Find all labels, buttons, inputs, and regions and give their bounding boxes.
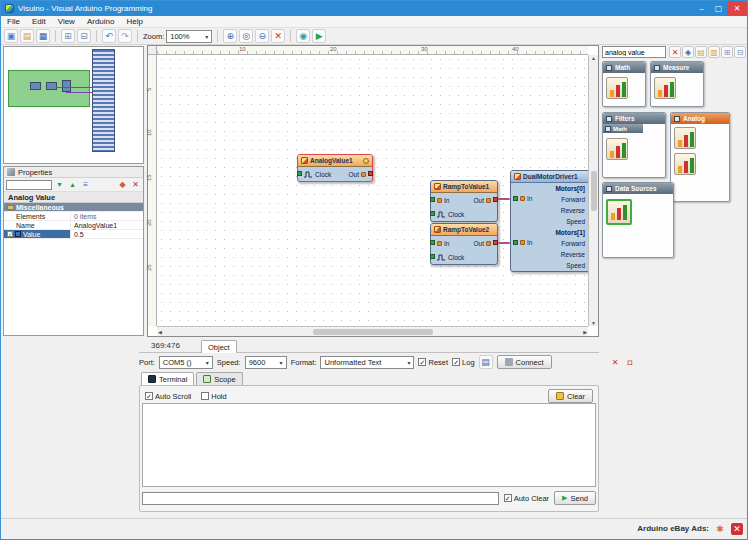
math-component-icon[interactable]	[606, 77, 628, 99]
category-math[interactable]: Math	[603, 62, 645, 73]
tab-scope[interactable]: Scope	[196, 372, 242, 385]
menu-help[interactable]: Help	[120, 17, 148, 26]
reset-checkbox[interactable]: Reset	[418, 358, 448, 367]
upload-to-arduino-icon[interactable]: ▶	[312, 29, 326, 43]
new-folder-icon[interactable]: ▥	[708, 46, 720, 58]
delete-icon[interactable]: ✕	[271, 29, 285, 43]
web-help-icon[interactable]: ◉	[296, 29, 310, 43]
analog-component-icon[interactable]	[674, 153, 696, 175]
open-project-icon[interactable]: ▤	[20, 29, 34, 43]
menu-file[interactable]: File	[1, 17, 26, 26]
send-input[interactable]	[142, 492, 499, 505]
in-input-pin[interactable]	[513, 196, 518, 201]
usb-device-icon[interactable]: ◘	[624, 356, 636, 368]
filter-component-icon[interactable]	[606, 138, 628, 160]
wire-ramp1-to-motor-in1[interactable]	[498, 198, 510, 200]
close-button[interactable]: ✕	[727, 1, 747, 16]
clock-input-pin[interactable]	[430, 211, 435, 216]
in-input-pin[interactable]	[430, 240, 435, 245]
format-select[interactable]: Unformatted Text	[320, 356, 414, 369]
property-category-row[interactable]: Miscellaneous	[4, 203, 143, 212]
out-output-pin[interactable]	[368, 171, 373, 176]
scroll-thumb[interactable]	[313, 329, 433, 335]
maximize-button[interactable]: ▢	[710, 1, 727, 16]
clock-input-pin[interactable]	[297, 171, 302, 176]
save-project-icon[interactable]: ▦	[36, 29, 50, 43]
send-button[interactable]: ▶Send	[554, 491, 596, 505]
clear-search-icon[interactable]: ✕	[669, 46, 681, 58]
zoom-out-icon[interactable]: ⊖	[255, 29, 269, 43]
zoom-reset-icon[interactable]: ◎	[239, 29, 253, 43]
scroll-up-icon[interactable]: ▲	[591, 55, 596, 61]
new-project-icon[interactable]: ▣	[4, 29, 18, 43]
clear-button[interactable]: Clear	[548, 389, 593, 403]
block-ramptovalue1[interactable]: RampToValue1 In Out Clock	[430, 180, 498, 222]
subcategory-math[interactable]: Math	[603, 124, 643, 133]
clock-input-pin[interactable]	[430, 254, 435, 259]
in-input-pin[interactable]	[513, 240, 518, 245]
block-ramptovalue2[interactable]: RampToValue2 In Out Clock	[430, 223, 498, 265]
tab-object[interactable]: Object	[201, 340, 237, 353]
toolbox-search-input[interactable]	[602, 46, 666, 58]
block-analogvalue1[interactable]: AnalogValue1 Clock Out	[297, 154, 373, 182]
auto-clear-checkbox[interactable]: Auto Clear	[504, 494, 549, 503]
menu-edit[interactable]: Edit	[26, 17, 52, 26]
expand-categories-icon[interactable]: ⊞	[721, 46, 733, 58]
disconnect-icon[interactable]: ✕	[609, 356, 621, 368]
hold-checkbox[interactable]: Hold	[201, 392, 226, 401]
pushpin-icon[interactable]	[363, 158, 369, 164]
horizontal-scrollbar[interactable]: ◀▶	[157, 326, 588, 336]
analog-value-component-icon[interactable]	[606, 199, 632, 225]
properties-tab[interactable]: Properties	[4, 167, 143, 178]
category-measure[interactable]: Measure	[651, 62, 703, 73]
pin-properties-icon[interactable]: ◆	[117, 179, 128, 190]
auto-scroll-checkbox[interactable]: Auto Scroll	[145, 392, 191, 401]
measure-component-icon[interactable]	[654, 77, 676, 99]
category-data-sources[interactable]: Data Sources	[603, 183, 673, 194]
wire-ramp2-to-motor-in2[interactable]	[498, 242, 510, 244]
property-row-name[interactable]: Name AnalogValue1	[4, 221, 143, 230]
collapse-all-icon[interactable]: ▴	[67, 179, 78, 190]
scroll-right-icon[interactable]: ▶	[583, 329, 587, 335]
grid-toggle-icon[interactable]: ⊞	[61, 29, 75, 43]
in2-input[interactable]: In	[513, 239, 532, 246]
snap-grid-icon[interactable]: ⊟	[77, 29, 91, 43]
close-ads-icon[interactable]: ✕	[731, 523, 743, 535]
speed-select[interactable]: 9600	[245, 356, 287, 369]
overview-minimap[interactable]	[3, 46, 144, 164]
tab-terminal[interactable]: Terminal	[141, 372, 194, 385]
vertical-scrollbar[interactable]: ▲▼	[588, 55, 598, 326]
scroll-down-icon[interactable]: ▼	[591, 320, 596, 326]
log-checkbox[interactable]: Log	[452, 358, 475, 367]
scroll-left-icon[interactable]: ◀	[158, 329, 162, 335]
scroll-thumb[interactable]	[591, 171, 597, 211]
zoom-select[interactable]: 100%	[166, 30, 212, 43]
user-filter-icon[interactable]: ◈	[682, 46, 694, 58]
block-dualmotordriver1-header[interactable]: DualMotorDriver1	[511, 171, 588, 183]
clear-filter-icon[interactable]: ✕	[130, 179, 141, 190]
in1-input[interactable]: In	[513, 195, 532, 202]
redo-icon[interactable]: ↷	[118, 29, 132, 43]
block-dualmotordriver1[interactable]: DualMotorDriver1 Motors[0] Forward Rever…	[510, 170, 588, 272]
title-bar[interactable]: Visuino - Visual Arduino Programming – ▢…	[1, 1, 747, 16]
canvas-grid[interactable]: AnalogValue1 Clock Out RampToValue1	[157, 55, 588, 326]
log-file-icon[interactable]: ▤	[479, 355, 493, 369]
zoom-in-icon[interactable]: ⊕	[223, 29, 237, 43]
menu-arduino[interactable]: Arduino	[81, 17, 121, 26]
minimize-button[interactable]: –	[693, 1, 710, 16]
terminal-output[interactable]	[142, 403, 596, 487]
menu-view[interactable]: View	[52, 17, 81, 26]
block-ramptovalue2-header[interactable]: RampToValue2	[431, 224, 497, 236]
block-ramptovalue1-header[interactable]: RampToValue1	[431, 181, 497, 193]
property-row-value[interactable]: ✓Value 0.5	[4, 230, 143, 239]
expand-all-icon[interactable]: ▾	[54, 179, 65, 190]
in-input-pin[interactable]	[430, 197, 435, 202]
collapse-categories-icon[interactable]: ⊟	[734, 46, 746, 58]
connect-button[interactable]: Connect	[497, 355, 552, 369]
property-row-elements[interactable]: Elements 0 items	[4, 212, 143, 221]
category-folder-icon[interactable]: ▤	[695, 46, 707, 58]
undo-icon[interactable]: ↶	[102, 29, 116, 43]
arrange-icon[interactable]: ≡	[80, 179, 91, 190]
category-filters[interactable]: Filters	[603, 113, 665, 124]
analog-component-icon[interactable]	[674, 127, 696, 149]
